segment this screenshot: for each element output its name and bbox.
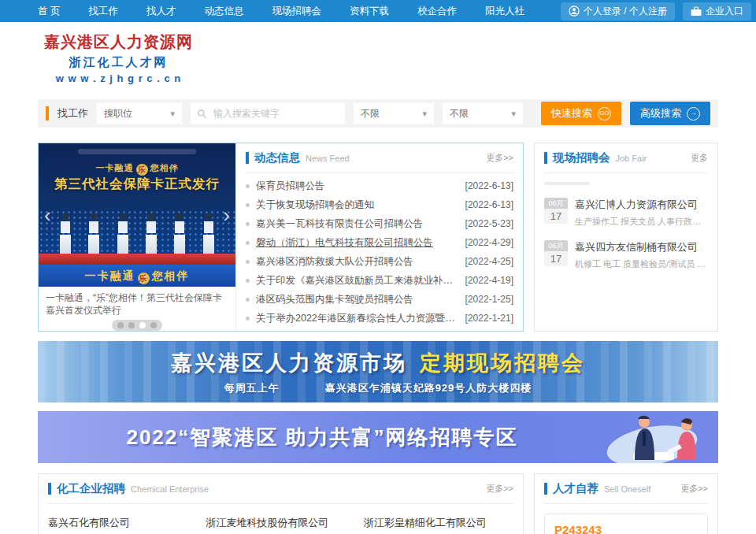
news-item-title: 港区码头范围内集卡驾驶员招聘公告 (256, 293, 459, 306)
job-fair-jobs: 生产操作工 报关文员 人事行政助理... (575, 216, 708, 228)
nav-sunshine-hr[interactable]: 阳光人社 (485, 5, 524, 18)
news-item[interactable]: 关于恢复现场招聘会的通知[2022-6-13] (246, 198, 513, 212)
advanced-search-button[interactable]: 高级搜索 → (630, 102, 710, 125)
filter-select-1[interactable]: 不限 (354, 103, 434, 124)
band-right: 您相伴 (152, 269, 190, 282)
site-title: 嘉兴港区人力资源网 (44, 32, 193, 53)
carousel-dot[interactable] (117, 322, 124, 328)
filter-select-2[interactable]: 不限 (443, 103, 523, 124)
banner1-title: 嘉兴港区人力资源市场定期现场招聘会 (171, 349, 585, 377)
go-circle-icon: GO (598, 107, 611, 121)
carousel-caption[interactable]: 一卡融通，“乐”您相伴！第三代社会保障卡嘉兴首发仪式举行 (39, 287, 235, 318)
talent-title: 人才自荐 (553, 481, 598, 496)
bullet-icon (246, 184, 250, 188)
company-entry: 浙江彩皇精细化工有限公司 普工（制造科） 营业担当 (364, 516, 513, 534)
filter-2-value: 不限 (450, 107, 469, 121)
company-name-link[interactable]: 浙江麦堆科技股份有限公司 (206, 516, 355, 530)
site-logo[interactable]: 嘉兴港区人力资源网 浙江化工人才网 w w w . z j h g r c . … (44, 32, 193, 84)
carousel-dot-active[interactable] (139, 322, 146, 328)
talent-header: 人才自荐 Sell Oneself 更多>> (544, 474, 708, 504)
nav-downloads[interactable]: 资料下载 (350, 5, 389, 18)
job-fair-more-link[interactable]: 更多 (691, 152, 708, 164)
news-item[interactable]: 关于举办2022年港区新春综合性人力资源暨春风...[2022-1-21] (246, 312, 513, 325)
chevron-right-icon[interactable]: › (223, 205, 230, 225)
carousel-dot[interactable] (150, 322, 157, 328)
date-badge-day: 17 (544, 251, 568, 266)
chemical-header: 化工企业招聘 Chemical Enterprise 更多>> (48, 474, 513, 504)
news-item-date: [2022-1-25] (465, 294, 513, 305)
nav-news[interactable]: 动态信息 (204, 5, 243, 18)
news-item-date: [2022-4-25] (465, 256, 513, 267)
bullet-icon (246, 279, 250, 283)
company-name-link[interactable]: 浙江彩皇精细化工有限公司 (364, 516, 513, 530)
news-section: 动态信息 News Feed 更多>> 保育员招聘公告[2022-6-13] 关… (235, 143, 523, 331)
orange-accent-bar (46, 106, 49, 121)
job-fair-item[interactable]: 06月 17 嘉兴汇博人力资源有限公司 生产操作工 报关文员 人事行政助理... (544, 198, 708, 228)
main-row: 一卡融通乐您相伴 第三代社会保障卡正式发行 一卡融通乐您相伴 ‹ › 一卡融通，… (38, 143, 718, 332)
news-list: 保育员招聘公告[2022-6-13] 关于恢复现场招聘会的通知[2022-6-1… (246, 173, 513, 331)
slide-tagline-right: 您相伴 (150, 163, 179, 172)
chemical-enterprise-section: 化工企业招聘 Chemical Enterprise 更多>> 嘉兴石化有限公司… (38, 473, 524, 534)
job-fair-company: 嘉兴汇博人力资源有限公司 (575, 198, 708, 212)
band-left: 一卡融通 (85, 269, 135, 282)
online-recruitment-banner[interactable]: 2022“智聚港区 助力共富”网络招聘专区 (38, 411, 718, 463)
nav-job-fair[interactable]: 现场招聘会 (272, 5, 321, 18)
news-item[interactable]: 关于印发《嘉兴港区鼓励新员工来港就业补助操作...[2022-4-19] (246, 274, 513, 287)
personal-login-label: 个人登录 / 个人注册 (584, 5, 667, 18)
carousel: 一卡融通乐您相伴 第三代社会保障卡正式发行 一卡融通乐您相伴 ‹ › 一卡融通，… (39, 143, 235, 331)
news-item-title: 关于恢复现场招聘会的通知 (256, 198, 459, 212)
nav-find-talent[interactable]: 找人才 (146, 5, 176, 18)
news-more-link[interactable]: 更多>> (486, 152, 513, 164)
job-fair-item[interactable]: 06月 17 嘉兴四方友信制桶有限公司 机修工 电工 质量检验员/测试员 叉车.… (544, 240, 708, 270)
news-item[interactable]: 磐动（浙江）电气科技有限公司招聘公告[2022-4-29] (246, 236, 513, 250)
briefcase-icon (691, 6, 702, 17)
stage-figure (173, 213, 186, 258)
carousel-dot[interactable] (128, 322, 135, 328)
person-circle-icon (569, 6, 580, 17)
main-left-panel: 一卡融通乐您相伴 第三代社会保障卡正式发行 一卡融通乐您相伴 ‹ › 一卡融通，… (38, 143, 524, 332)
job-market-banner[interactable]: 嘉兴港区人力资源市场定期现场招聘会 每周五上午 嘉兴港区乍浦镇天妃路929号人防… (38, 341, 718, 402)
search-input[interactable] (212, 107, 339, 120)
job-fair-company: 嘉兴四方友信制桶有限公司 (575, 240, 708, 254)
carousel-slide[interactable]: 一卡融通乐您相伴 第三代社会保障卡正式发行 一卡融通乐您相伴 ‹ › (39, 143, 235, 287)
news-item[interactable]: 嘉兴美一瓦科技有限责任公司招聘公告[2022-5-23] (246, 217, 513, 231)
news-item[interactable]: 港区码头范围内集卡驾驶员招聘公告[2022-1-25] (246, 293, 513, 306)
nav-home[interactable]: 首 页 (38, 5, 60, 18)
talent-card[interactable]: P243243 男 | 嘉兴市->嘉兴港区 | 八年以上 (544, 514, 708, 534)
job-fair-title: 现场招聘会 (553, 150, 610, 165)
stage-backdrop-art (78, 149, 196, 154)
talent-id: P243243 (554, 523, 698, 534)
chemical-more-link[interactable]: 更多>> (486, 483, 513, 495)
nav-school-coop[interactable]: 校企合作 (417, 5, 457, 18)
banner1-schedule: 每周五上午 (224, 381, 280, 395)
company-name-link[interactable]: 嘉兴石化有限公司 (48, 516, 198, 530)
quick-search-label: 快速搜索 (551, 106, 592, 121)
enterprise-entry-button[interactable]: 企业入口 (683, 2, 751, 20)
slide-title: 第三代社会保障卡正式发行 (39, 176, 235, 193)
chevron-down-icon (422, 108, 427, 119)
news-item-title: 保育员招聘公告 (256, 180, 459, 193)
news-item-date: [2022-4-19] (465, 275, 513, 286)
banner1-details: 每周五上午 嘉兴港区乍浦镇天妃路929号人防大楼四楼 (224, 381, 532, 395)
talent-section: 人才自荐 Sell Oneself 更多>> P243243 男 | 嘉兴市->… (534, 473, 718, 534)
talent-more-link[interactable]: 更多>> (680, 483, 708, 495)
job-fair-jobs: 机修工 电工 质量检验员/测试员 叉车... (575, 258, 708, 270)
slide-tagline-left: 一卡融通 (96, 163, 134, 172)
site-url: w w w . z j h g r c . c n (44, 72, 193, 84)
news-item[interactable]: 保育员招聘公告[2022-6-13] (246, 180, 513, 193)
news-item-title: 嘉兴美一瓦科技有限责任公司招聘公告 (256, 217, 459, 231)
news-item-title: 关于印发《嘉兴港区鼓励新员工来港就业补助操作... (256, 274, 459, 287)
nav-find-job[interactable]: 找工作 (88, 5, 118, 18)
talent-subtitle: Sell Oneself (604, 484, 650, 494)
news-item-date: [2022-6-13] (465, 199, 513, 210)
search-category-select[interactable]: 搜职位 (97, 103, 182, 124)
job-fair-subtitle: Job Fair (616, 154, 647, 163)
bullet-icon (246, 203, 250, 207)
quick-search-button[interactable]: 快速搜索 GO (541, 102, 621, 125)
personal-login-button[interactable]: 个人登录 / 个人注册 (561, 2, 675, 20)
chevron-left-icon[interactable]: ‹ (44, 205, 51, 225)
news-item[interactable]: 嘉兴港区消防救援大队公开招聘公告[2022-4-25] (246, 255, 513, 269)
news-item-title: 磐动（浙江）电气科技有限公司招聘公告 (256, 236, 459, 250)
magnifier-icon (197, 109, 207, 119)
bottom-row: 化工企业招聘 Chemical Enterprise 更多>> 嘉兴石化有限公司… (38, 473, 718, 534)
